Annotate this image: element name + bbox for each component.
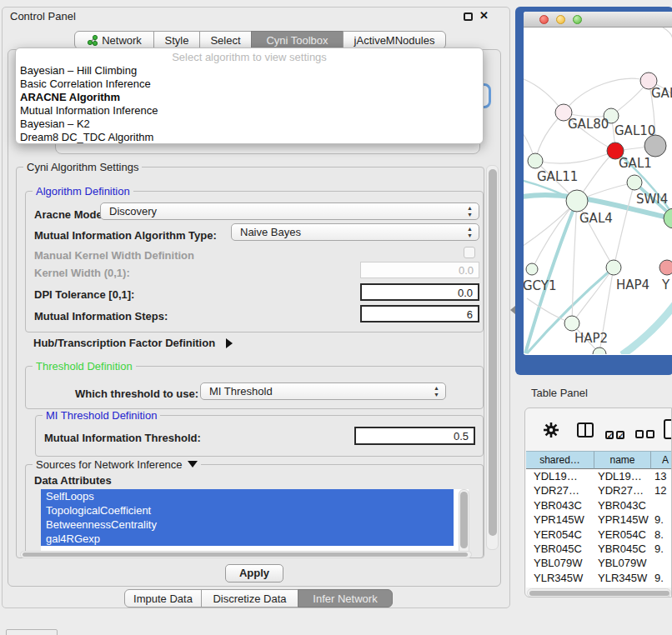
data-attribute-item[interactable]: SelfLoops xyxy=(41,489,454,503)
table-cell[interactable]: 12 xyxy=(651,483,672,498)
table-cell[interactable]: 13 xyxy=(651,469,672,483)
table-cell[interactable]: YBL079W xyxy=(526,556,594,570)
manual-kernel-checkbox[interactable] xyxy=(464,247,475,258)
hub-transcription-factor-section[interactable]: Hub/Transcription Factor Definition xyxy=(33,335,233,350)
table-cell[interactable]: YDL19… xyxy=(526,469,594,483)
column-header-shared-name[interactable]: shared… xyxy=(526,451,594,469)
tab-discretize-data[interactable]: Discretize Data xyxy=(201,589,298,608)
select-all-checkboxes-icon[interactable]: ✓✓ xyxy=(605,427,627,442)
panel-divider-arrow[interactable] xyxy=(510,306,515,314)
table-cell[interactable]: YIL052C xyxy=(526,585,594,588)
column-header-name[interactable]: name xyxy=(594,451,651,469)
new-table-icon[interactable] xyxy=(664,419,672,439)
table-cell[interactable]: YDL19… xyxy=(594,469,651,483)
table-cell[interactable]: 9. xyxy=(651,585,672,588)
table-cell[interactable]: 8. xyxy=(651,528,672,542)
table-cell[interactable]: YER054C xyxy=(594,528,651,542)
table-cell[interactable]: YBR045C xyxy=(594,542,651,556)
scrollbar-thumb[interactable] xyxy=(489,169,497,536)
table-row[interactable]: YBR043CYBR043C xyxy=(526,498,672,512)
close-icon[interactable]: ✕ xyxy=(479,9,489,22)
tab-impute-data[interactable]: Impute Data xyxy=(124,589,202,608)
table-row[interactable]: YLR345WYLR345W9. xyxy=(526,571,672,585)
node-label: HAP2 xyxy=(574,331,608,346)
table-horizontal-scrollbar[interactable] xyxy=(527,588,671,598)
kernel-width-field[interactable]: 0.0 xyxy=(360,262,479,278)
zoom-traffic-light[interactable] xyxy=(573,15,582,24)
algorithm-option[interactable]: Mutual Information Inference xyxy=(16,104,483,118)
attributes-vertical-scrollbar[interactable] xyxy=(459,489,469,555)
data-attribute-item[interactable]: BetweennessCentrality xyxy=(41,518,454,532)
table-cell[interactable]: YDR27… xyxy=(526,483,594,498)
table-cell[interactable]: YBR043C xyxy=(526,498,594,512)
tab-cyni-toolbox[interactable]: Cyni Toolbox xyxy=(251,31,344,49)
settings-horizontal-scrollbar[interactable] xyxy=(20,551,472,558)
table-cell[interactable]: YPR145W xyxy=(526,512,594,527)
table-cell[interactable]: YIL052C xyxy=(594,585,651,588)
scrollbar-thumb[interactable] xyxy=(460,492,468,548)
tab-jactivemnodules[interactable]: jActiveMNodules xyxy=(343,31,446,49)
network-node[interactable] xyxy=(526,263,538,275)
table-cell[interactable]: YBL079W xyxy=(594,556,651,570)
data-attribute-item[interactable]: gal4RGexp xyxy=(41,532,454,546)
collapsed-panel-button[interactable] xyxy=(6,629,58,635)
table-cell[interactable]: 9. xyxy=(651,512,672,527)
table-cell[interactable]: YLR345W xyxy=(526,571,594,585)
aracne-mode-combobox[interactable]: Discovery ▲▼ xyxy=(100,202,479,220)
algorithm-option[interactable]: Dream8 DC_TDC Algorithm xyxy=(16,131,483,144)
algorithm-option[interactable]: Bayesian – K2 xyxy=(16,118,483,131)
mi-threshold-field[interactable]: 0.5 xyxy=(354,427,475,445)
tab-infer-network[interactable]: Infer Network xyxy=(298,589,393,608)
table-row[interactable]: YDL19…YDL19…13 xyxy=(526,469,672,483)
table-cell[interactable]: YDR27… xyxy=(594,483,651,498)
table-cell[interactable] xyxy=(651,556,672,570)
table-cell[interactable]: YLR345W xyxy=(594,571,651,585)
network-node[interactable] xyxy=(564,316,579,331)
network-view-frame[interactable]: GALGAL80GAL10GAL1GAL11GAL4SWI4HAP4YGCY1H… xyxy=(515,7,672,375)
column-header-partial[interactable]: A xyxy=(651,451,672,469)
apply-button[interactable]: Apply xyxy=(225,564,283,582)
algorithm-option[interactable]: Basic Correlation Inference xyxy=(16,78,483,91)
dpi-tolerance-field[interactable]: 0.0 xyxy=(360,283,479,301)
mi-steps-field[interactable]: 6 xyxy=(360,305,479,322)
table-cell[interactable]: 9. xyxy=(651,571,672,585)
gear-icon[interactable] xyxy=(542,421,560,442)
network-node[interactable] xyxy=(606,260,621,275)
table-row[interactable]: YBR045CYBR045C9. xyxy=(526,542,672,556)
tab-style[interactable]: Style xyxy=(153,31,200,49)
tab-network[interactable]: Network xyxy=(74,31,154,49)
data-attribute-item[interactable]: TopologicalCoefficient xyxy=(41,503,454,518)
table-row[interactable]: YDR27…YDR27…12 xyxy=(526,483,672,498)
algorithm-option[interactable]: ARACNE Algorithm xyxy=(16,91,483,104)
scrollbar-thumb[interactable] xyxy=(23,552,468,557)
table-cell[interactable] xyxy=(651,498,672,512)
scrollbar-thumb[interactable] xyxy=(529,591,669,596)
data-attributes-list[interactable]: SelfLoopsTopologicalCoefficientBetweenne… xyxy=(41,489,469,555)
settings-vertical-scrollbar[interactable] xyxy=(486,165,499,550)
network-node[interactable] xyxy=(627,175,642,190)
network-node[interactable] xyxy=(528,153,543,168)
table-cell[interactable]: YPR145W xyxy=(594,512,651,527)
deselect-all-checkboxes-icon[interactable] xyxy=(635,427,657,442)
network-node[interactable] xyxy=(659,260,672,275)
algorithm-option[interactable]: Bayesian – Hill Climbing xyxy=(16,64,483,78)
minimize-traffic-light[interactable] xyxy=(556,15,565,24)
tab-select[interactable]: Select xyxy=(199,31,252,49)
table-cell[interactable]: YBR043C xyxy=(594,498,651,512)
which-threshold-combobox[interactable]: MI Threshold ▲▼ xyxy=(200,382,446,400)
table-cell[interactable]: YER054C xyxy=(526,528,594,542)
network-node[interactable] xyxy=(566,190,588,212)
expand-right-icon[interactable] xyxy=(226,338,233,348)
columns-icon[interactable] xyxy=(577,422,594,438)
table-cell[interactable]: 9. xyxy=(651,542,672,556)
network-canvas[interactable]: GALGAL80GAL10GAL1GAL11GAL4SWI4HAP4YGCY1H… xyxy=(524,28,672,354)
collapse-down-icon[interactable] xyxy=(188,461,198,468)
mi-algorithm-type-combobox[interactable]: Naive Bayes ▲▼ xyxy=(231,223,479,241)
table-row[interactable]: YIL052CYIL052C9. xyxy=(526,585,672,588)
table-row[interactable]: YPR145WYPR145W9. xyxy=(526,512,672,527)
float-window-icon[interactable] xyxy=(464,12,473,21)
close-traffic-light[interactable] xyxy=(539,15,549,24)
table-row[interactable]: YER054CYER054C8. xyxy=(526,528,672,542)
table-cell[interactable]: YBR045C xyxy=(526,542,594,556)
table-row[interactable]: YBL079WYBL079W xyxy=(526,556,672,570)
